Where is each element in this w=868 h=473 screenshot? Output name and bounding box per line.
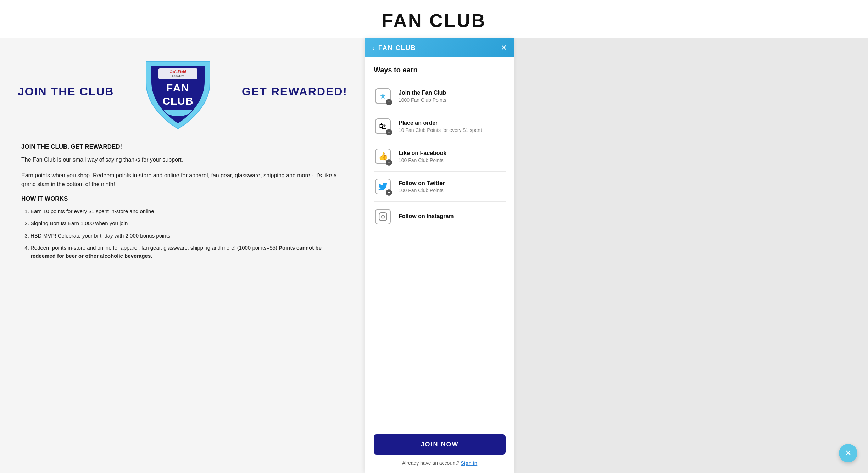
svg-text:FAN: FAN bbox=[166, 82, 190, 94]
earn-points: 100 Fan Club Points bbox=[399, 188, 506, 193]
earn-label: Join the Fan Club bbox=[399, 90, 506, 96]
earn-label: Like on Facebook bbox=[399, 150, 506, 156]
floating-close-button[interactable]: ✕ bbox=[839, 444, 857, 462]
earn-info-facebook: Like on Facebook 100 Fan Club Points bbox=[399, 150, 506, 163]
svg-rect-5 bbox=[379, 213, 387, 221]
earn-icon-facebook: 👍 + bbox=[374, 147, 392, 166]
list-item: Redeem points in-store and online for ap… bbox=[30, 244, 344, 260]
plus-badge: + bbox=[386, 189, 392, 196]
earn-icon-twitter: + bbox=[374, 177, 392, 196]
page-title: FAN CLUB bbox=[7, 10, 861, 31]
earn-icon-join: ★ + bbox=[374, 87, 392, 105]
plus-badge: + bbox=[386, 99, 392, 105]
page-header: FAN CLUB bbox=[0, 0, 868, 38]
earn-info-join: Join the Fan Club 1000 Fan Club Points bbox=[399, 90, 506, 103]
how-it-works-list: Earn 10 points for every $1 spent in-sto… bbox=[21, 207, 344, 260]
sign-in-link[interactable]: Sign in bbox=[461, 460, 478, 466]
panel-header: ‹ FAN CLUB ✕ bbox=[365, 38, 514, 57]
earn-item-twitter: + Follow on Twitter 100 Fan Club Points bbox=[374, 172, 506, 202]
svg-point-6 bbox=[382, 215, 385, 218]
panel-back-button[interactable]: ‹ bbox=[372, 44, 375, 51]
panel-title: FAN CLUB bbox=[378, 44, 416, 52]
plus-badge: + bbox=[386, 159, 392, 166]
bag-icon: 🛍 bbox=[379, 122, 387, 131]
join-now-button[interactable]: JOIN NOW bbox=[374, 434, 506, 455]
ways-to-earn-title: Ways to earn bbox=[374, 66, 506, 74]
panel-body: Ways to earn ★ + Join the Fan Club 1000 … bbox=[365, 57, 514, 427]
beer-warning: Points cannot be redeemed for beer or ot… bbox=[30, 245, 322, 259]
svg-point-7 bbox=[385, 214, 385, 215]
main-layout: JOIN THE CLUB Left Field BREWERY FAN CLU… bbox=[0, 38, 868, 473]
earn-info-instagram: Follow on Instagram bbox=[399, 213, 506, 221]
earn-icon-instagram bbox=[374, 207, 392, 226]
earn-icon-order: 🛍 + bbox=[374, 117, 392, 135]
already-account-text: Already have an account? Sign in bbox=[374, 460, 506, 466]
paragraph-1: The Fan Club is our small way of saying … bbox=[21, 155, 344, 165]
earn-label: Follow on Twitter bbox=[399, 180, 506, 187]
panel-footer: JOIN NOW Already have an account? Sign i… bbox=[365, 427, 514, 473]
hero-left-text: JOIN THE CLUB bbox=[18, 85, 114, 98]
earn-info-order: Place an order 10 Fan Club Points for ev… bbox=[399, 120, 506, 133]
svg-text:BREWERY: BREWERY bbox=[172, 74, 184, 77]
earn-item-facebook: 👍 + Like on Facebook 100 Fan Club Points bbox=[374, 141, 506, 172]
hero-right-text: GET REWARDED! bbox=[242, 85, 347, 98]
star-icon: ★ bbox=[379, 91, 386, 101]
earn-item-instagram: Follow on Instagram bbox=[374, 202, 506, 232]
twitter-bird-icon bbox=[378, 183, 388, 190]
panel-header-left: ‹ FAN CLUB bbox=[372, 44, 416, 52]
svg-text:CLUB: CLUB bbox=[162, 95, 193, 107]
earn-item-order: 🛍 + Place an order 10 Fan Club Points fo… bbox=[374, 111, 506, 141]
earn-item-join: ★ + Join the Fan Club 1000 Fan Club Poin… bbox=[374, 81, 506, 111]
earn-points: 10 Fan Club Points for every $1 spent bbox=[399, 127, 506, 133]
panel-close-button[interactable]: ✕ bbox=[501, 44, 507, 52]
instagram-icon bbox=[378, 212, 388, 221]
plus-badge: + bbox=[386, 129, 392, 135]
how-it-works-heading: HOW IT WORKS bbox=[21, 195, 344, 202]
content-body: JOIN THE CLUB. GET REWARDED! The Fan Clu… bbox=[18, 143, 347, 260]
brand-logo: Left Field BREWERY FAN CLUB bbox=[139, 52, 217, 130]
paragraph-2: Earn points when you shop. Redeem points… bbox=[21, 171, 344, 189]
like-icon: 👍 bbox=[378, 152, 388, 161]
earn-label: Place an order bbox=[399, 120, 506, 126]
content-area: JOIN THE CLUB Left Field BREWERY FAN CLU… bbox=[0, 38, 365, 473]
list-item: Signing Bonus! Earn 1,000 when you join bbox=[30, 219, 344, 228]
hero-section: JOIN THE CLUB Left Field BREWERY FAN CLU… bbox=[18, 52, 347, 130]
earn-info-twitter: Follow on Twitter 100 Fan Club Points bbox=[399, 180, 506, 193]
svg-text:Left Field: Left Field bbox=[169, 69, 186, 73]
earn-points: 100 Fan Club Points bbox=[399, 157, 506, 163]
main-heading: JOIN THE CLUB. GET REWARDED! bbox=[21, 143, 344, 150]
earn-points: 1000 Fan Club Points bbox=[399, 97, 506, 103]
list-item: Earn 10 points for every $1 spent in-sto… bbox=[30, 207, 344, 216]
right-panel: ‹ FAN CLUB ✕ Ways to earn ★ + Join the F… bbox=[365, 38, 514, 473]
list-item: HBD MVP! Celebrate your birthday with 2,… bbox=[30, 232, 344, 240]
earn-label: Follow on Instagram bbox=[399, 213, 506, 219]
